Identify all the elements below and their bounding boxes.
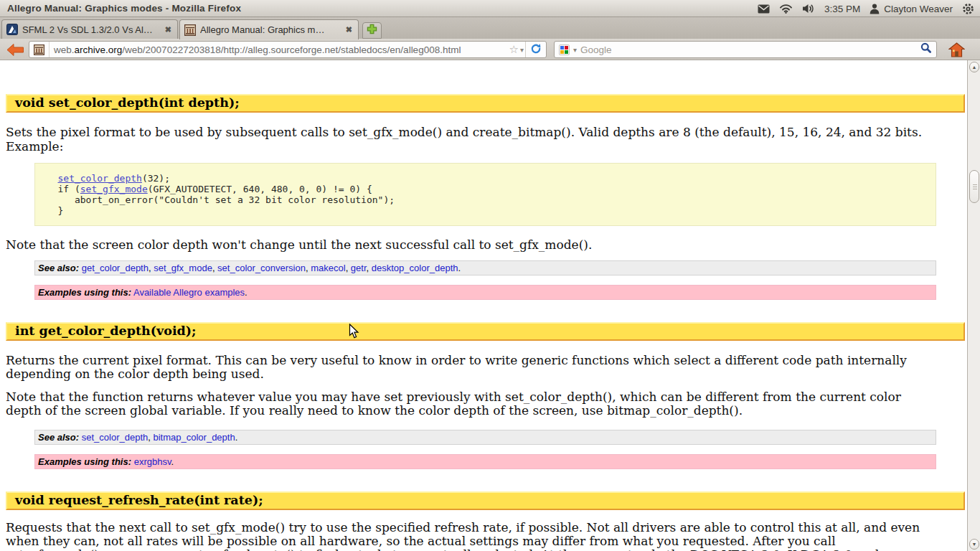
link-set-gfx-mode[interactable]: set_gfx_mode <box>80 184 148 194</box>
link-desktop-color-depth[interactable]: desktop_color_depth <box>372 263 458 273</box>
navigation-toolbar: web.archive.org/web/20070227203818/http:… <box>0 39 980 60</box>
volume-icon[interactable] <box>802 4 815 14</box>
close-icon[interactable]: ✖ <box>344 25 354 34</box>
scrollbar-thumb[interactable] <box>969 170 979 203</box>
separator: . <box>235 432 238 443</box>
paragraph-note-set-color-depth: Note that the screen color depth won't c… <box>6 238 935 253</box>
see-also-box: See also: set_color_depth, bitmap_color_… <box>34 430 936 445</box>
clock-indicator[interactable]: 3:35 PM <box>824 4 860 14</box>
tab-allegro-manual[interactable]: Allegro Manual: Graphics m… ✖ <box>179 19 359 39</box>
new-tab-button[interactable] <box>362 22 382 39</box>
scroll-down-icon: ▼ <box>972 542 977 547</box>
examples-box: Examples using this: exrgbhsv. <box>34 454 936 469</box>
tab-label: Allegro Manual: Graphics m… <box>200 24 340 35</box>
api-heading-request-refresh-rate: void request_refresh_rate(int rate); <box>6 491 965 510</box>
page-content: void set_color_depth(int depth); Sets th… <box>0 60 967 551</box>
see-also-label: See also: <box>38 263 79 273</box>
code-example-block: set_color_depth(32); if (set_gfx_mode(GF… <box>34 163 936 226</box>
see-also-box: See also: get_color_depth, set_gfx_mode,… <box>34 260 936 276</box>
user-icon <box>870 4 880 14</box>
user-menu[interactable]: Clayton Weaver <box>884 4 953 14</box>
vertical-scrollbar[interactable]: ▲ ▼ <box>967 60 980 551</box>
google-logo-icon[interactable] <box>559 44 570 55</box>
examples-box: Examples using this: Available Allegro e… <box>34 285 936 300</box>
separator: . <box>245 287 248 298</box>
link-set-color-depth[interactable]: set_color_depth <box>82 432 149 443</box>
examples-label: Examples using this: <box>38 287 131 298</box>
title-bar: Allegro Manual: Graphics modes - Mozilla… <box>0 0 980 17</box>
examples-label: Examples using this: <box>38 456 131 467</box>
search-input[interactable]: Google <box>580 44 917 55</box>
code-text: if ( <box>41 184 80 194</box>
scroll-up-button[interactable]: ▲ <box>969 62 979 72</box>
paragraph-get-color-depth-2: Note that the function returns whatever … <box>6 390 935 418</box>
code-text: abort_on_error("Couldn't set a 32 bit co… <box>41 194 395 205</box>
reload-icon <box>530 43 542 55</box>
search-bar[interactable]: ▾ Google <box>554 41 937 58</box>
separator: , <box>346 263 351 273</box>
mouse-cursor <box>349 324 359 339</box>
back-button[interactable] <box>6 42 24 57</box>
urlbar-controls: ☆ ▾ <box>509 42 546 57</box>
wifi-icon[interactable] <box>779 4 793 14</box>
scroll-down-button[interactable]: ▼ <box>969 539 979 550</box>
tab-sfml-vs-sdl[interactable]: SFML 2 Vs SDL 1.3/2.0 Vs Al… ✖ <box>1 19 178 39</box>
search-engine-dropdown-icon[interactable]: ▾ <box>573 46 577 54</box>
bookmark-dropdown-icon[interactable]: ▾ <box>520 46 524 54</box>
link-set-color-depth[interactable]: set_color_depth <box>57 173 141 184</box>
code-text: } <box>41 205 63 216</box>
session-gear-icon[interactable] <box>962 3 974 15</box>
back-arrow-icon <box>6 43 24 57</box>
paragraph-request-refresh-rate: Requests that the next call to set_gfx_m… <box>6 521 935 551</box>
paragraph-get-color-depth-1: Returns the current pixel format. This c… <box>6 354 935 382</box>
separator: , <box>367 263 372 273</box>
code-text: (GFX_AUTODETECT, 640, 480, 0, 0) != 0) { <box>148 184 372 194</box>
paragraph-intro-set-color-depth: Sets the pixel format to be used by subs… <box>6 126 935 154</box>
tab-favicon-sfml-icon <box>6 24 18 35</box>
tab-favicon-archive-icon <box>184 24 196 36</box>
reload-button[interactable] <box>525 42 545 57</box>
close-icon[interactable]: ✖ <box>164 25 173 34</box>
mail-icon[interactable] <box>758 4 770 14</box>
api-heading-set-color-depth: void set_color_depth(int depth); <box>6 94 965 113</box>
system-tray: 3:35 PM Clayton Weaver <box>758 0 977 17</box>
api-heading-get-color-depth: int get_color_depth(void); <box>6 322 965 341</box>
home-button[interactable] <box>946 41 967 58</box>
scroll-up-icon: ▲ <box>972 65 977 70</box>
link-getr[interactable]: getr <box>351 263 367 273</box>
separator: . <box>171 456 174 467</box>
search-icon[interactable] <box>920 42 932 57</box>
link-get-color-depth[interactable]: get_color_depth <box>82 263 149 273</box>
link-exrgbhsv[interactable]: exrgbhsv <box>134 456 171 467</box>
link-set-color-conversion[interactable]: set_color_conversion <box>217 263 306 273</box>
tab-label: SFML 2 Vs SDL 1.3/2.0 Vs Al… <box>22 24 159 35</box>
see-also-label: See also: <box>38 432 79 443</box>
firefox-window: Allegro Manual: Graphics modes - Mozilla… <box>0 0 980 551</box>
link-available-allegro-examples[interactable]: Available Allegro examples <box>133 287 245 298</box>
separator: . <box>458 263 461 273</box>
bookmark-star-icon[interactable]: ☆ <box>509 43 519 56</box>
new-tab-plus-icon <box>367 24 377 37</box>
window-title: Allegro Manual: Graphics modes - Mozilla… <box>7 3 241 14</box>
code-text <box>41 173 57 184</box>
site-favicon-archive-icon <box>29 42 50 57</box>
tab-bar: SFML 2 Vs SDL 1.3/2.0 Vs Al… ✖ Allegro M… <box>0 17 980 39</box>
link-bitmap-color-depth[interactable]: bitmap_color_depth <box>153 432 235 443</box>
scrollbar-grip <box>973 184 977 185</box>
url-input[interactable]: web.archive.org/web/20070227203818/http:… <box>50 44 509 55</box>
link-set-gfx-mode[interactable]: set_gfx_mode <box>154 263 212 273</box>
code-text: (32); <box>142 173 170 184</box>
home-icon <box>948 42 965 57</box>
url-bar[interactable]: web.archive.org/web/20070227203818/http:… <box>29 41 547 58</box>
link-makecol[interactable]: makecol <box>311 263 345 273</box>
